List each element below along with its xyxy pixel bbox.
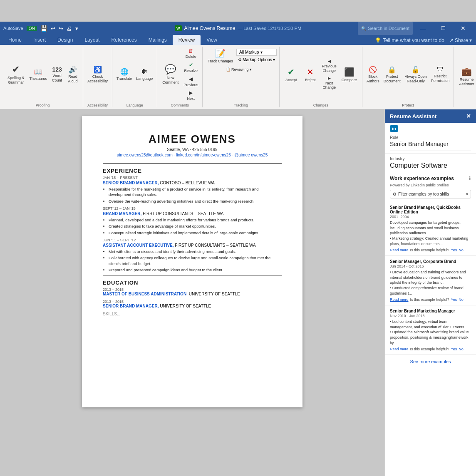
example2-read-more[interactable]: Read more <box>390 298 409 302</box>
markup-options-chevron: ▾ <box>273 57 275 62</box>
minimize-button[interactable]: — <box>414 22 433 35</box>
tell-me-box[interactable]: 💡 Tell me what you want to do <box>375 37 444 43</box>
chrome-top <box>0 0 476 22</box>
customize-icon[interactable]: ▾ <box>75 25 78 32</box>
block-authors-button[interactable]: 🚫 BlockAuthors <box>365 64 381 85</box>
tracking-group-label: Tracking <box>234 103 248 107</box>
accessibility-label: CheckAccessibility <box>87 74 108 84</box>
example2-yes[interactable]: Yes <box>451 298 457 302</box>
example2-footer: Read more Is this example helpful? Yes N… <box>390 298 471 302</box>
undo-icon[interactable]: ↩ <box>51 25 55 32</box>
tab-insert[interactable]: Insert <box>27 35 52 45</box>
education-title: EDUCATION <box>103 280 282 286</box>
window-controls: 🔍 Search in Document — ❐ ✕ <box>358 22 473 35</box>
print-icon[interactable]: 🖨 <box>67 25 72 32</box>
prev-change-button[interactable]: ◀ PreviousChange <box>320 58 338 74</box>
role-section: Role Senior Brand Manager <box>385 133 476 154</box>
tell-me-label[interactable]: Tell me what you want to do <box>383 37 444 43</box>
example3-helpful: Is this example helpful? <box>410 347 449 351</box>
example-card-1: Senior Brand Manager, QuickBooks Online … <box>385 202 476 256</box>
track-changes-icon: 📝 <box>215 48 226 58</box>
markup-dropdown[interactable]: All Markup ▾ <box>236 49 277 56</box>
track-changes-row: 📝 Track Changes All Markup ▾ ⚙ Markup Op… <box>205 47 276 65</box>
tab-layout[interactable]: Layout <box>79 35 105 45</box>
word-count-button[interactable]: 123 WordCount <box>50 65 64 84</box>
example3-no[interactable]: No <box>459 347 464 351</box>
new-comment-button[interactable]: 💬 NewComment <box>160 62 181 87</box>
accessibility-group-label: Accessibility <box>87 103 108 107</box>
track-changes-button[interactable]: 📝 Track Changes <box>205 47 236 65</box>
skills-hint: SKILLS... <box>103 312 282 316</box>
experience-title: EXPERIENCE <box>103 168 282 174</box>
restrict-permission-button[interactable]: 🛡 RestrictPermission <box>429 64 451 84</box>
linkedin-logo-area: in <box>390 126 471 131</box>
next-comment-button[interactable]: ▶ Next <box>182 89 200 102</box>
resume-assistant-ribbon-button[interactable]: 💼 ResumeAssistant <box>456 65 476 88</box>
tab-design[interactable]: Design <box>52 35 79 45</box>
markup-label: All Markup <box>239 50 259 55</box>
edu1-degree: MASTER OF BUSINESS ADMINISTRATION, UNIVE… <box>103 292 282 296</box>
search-doc-box[interactable]: 🔍 Search in Document <box>358 22 413 35</box>
restore-button[interactable]: ❐ <box>434 22 453 35</box>
read-aloud-icon: 🔊 <box>69 66 77 74</box>
spelling-grammar-button[interactable]: ✔ Spelling &Grammar <box>5 62 27 87</box>
ribbon-group-language: 🌐 Translate 🗣 Language Language <box>112 47 157 107</box>
markup-options-button[interactable]: ⚙ Markup Options ▾ <box>236 57 277 63</box>
industry-value[interactable]: Computer Software <box>390 162 471 169</box>
reject-icon: ✕ <box>307 67 314 77</box>
accept-label: Accept <box>285 78 297 82</box>
close-button[interactable]: ✕ <box>454 22 473 35</box>
example1-read-more[interactable]: Read more <box>390 248 409 252</box>
comments-buttons: 💬 NewComment 🗑 Delete ✔ Resolve ◀ Previo… <box>160 47 200 102</box>
language-button[interactable]: 🗣 Language <box>134 67 154 82</box>
protect-document-button[interactable]: 🔒 ProtectDocument <box>382 64 402 85</box>
example1-yes[interactable]: Yes <box>451 248 457 252</box>
prev-comment-button[interactable]: ◀ Previous <box>182 75 200 89</box>
thesaurus-button[interactable]: 📖 Thesaurus <box>28 67 49 82</box>
autosave-toggle[interactable]: ON <box>27 26 37 31</box>
work-examples-info-icon[interactable]: ℹ <box>469 176 471 181</box>
resolve-button[interactable]: ✔ Resolve <box>182 61 200 74</box>
example3-read-more[interactable]: Read more <box>390 347 409 351</box>
markup-chevron: ▾ <box>260 50 263 55</box>
job1-title: SENIOR BRAND MANAGER, CONTOSO – BELLEVUE… <box>103 181 282 185</box>
tab-view[interactable]: View <box>201 35 223 45</box>
accept-button[interactable]: ✔ Accept <box>282 65 300 84</box>
work-examples-title: Work experience examples <box>390 176 454 181</box>
example-card-3: Senior Brand Marketing Manager Nov 2010 … <box>385 305 476 355</box>
delete-button[interactable]: 🗑 Delete <box>182 47 200 60</box>
example3-yes[interactable]: Yes <box>451 347 457 351</box>
tab-review[interactable]: Review <box>173 35 201 45</box>
redo-icon[interactable]: ↪ <box>59 25 63 32</box>
job1-bullet-1: Responsible for the marketing of a produ… <box>109 186 282 198</box>
restrict-icon: 🛡 <box>437 66 444 73</box>
panel-close-button[interactable]: ✕ <box>466 113 471 119</box>
save-icon[interactable]: 💾 <box>40 25 47 32</box>
role-value[interactable]: Senior Brand Manager <box>390 141 471 151</box>
tab-mailings[interactable]: Mailings <box>143 35 173 45</box>
see-more-button[interactable]: See more examples <box>385 355 476 368</box>
tab-home[interactable]: Home <box>2 35 27 45</box>
example2-no[interactable]: No <box>459 298 464 302</box>
thesaurus-icon: 📖 <box>34 68 42 76</box>
always-open-readonly-button[interactable]: 🔓 Always OpenRead-Only <box>403 64 429 85</box>
read-aloud-button[interactable]: 🔊 ReadAloud <box>65 64 80 85</box>
edu1-degree-link: MASTER OF BUSINESS ADMINISTRATION, <box>103 292 188 296</box>
protect-doc-label: ProtectDocument <box>384 74 401 84</box>
check-accessibility-button[interactable]: ♿ CheckAccessibility <box>86 64 109 85</box>
protect-group-label: Protect <box>402 103 414 107</box>
filter-bar[interactable]: ⚙ Filter examples by top skills ▾ <box>390 190 471 198</box>
readonly-label: Always OpenRead-Only <box>405 74 427 84</box>
share-button[interactable]: ↗ Share ▾ <box>449 37 472 43</box>
compare-button[interactable]: ⬛ Compare <box>339 65 359 84</box>
reject-button[interactable]: ✕ Reject <box>301 65 320 84</box>
accessibility-icon: ♿ <box>94 66 102 74</box>
reviewing-button[interactable]: 📋 Reviewing ▾ <box>224 66 258 73</box>
delete-label: Delete <box>186 55 196 59</box>
example1-no[interactable]: No <box>459 248 464 252</box>
translate-button[interactable]: 🌐 Translate <box>115 67 134 82</box>
next-change-button[interactable]: ▶ NextChange <box>320 75 338 92</box>
tab-references[interactable]: References <box>105 35 142 45</box>
ribbon-group-resume-assistant: 💼 ResumeAssistant <box>454 47 476 107</box>
job2-bullet-1: Planned, developed and aided in marketin… <box>109 217 282 223</box>
